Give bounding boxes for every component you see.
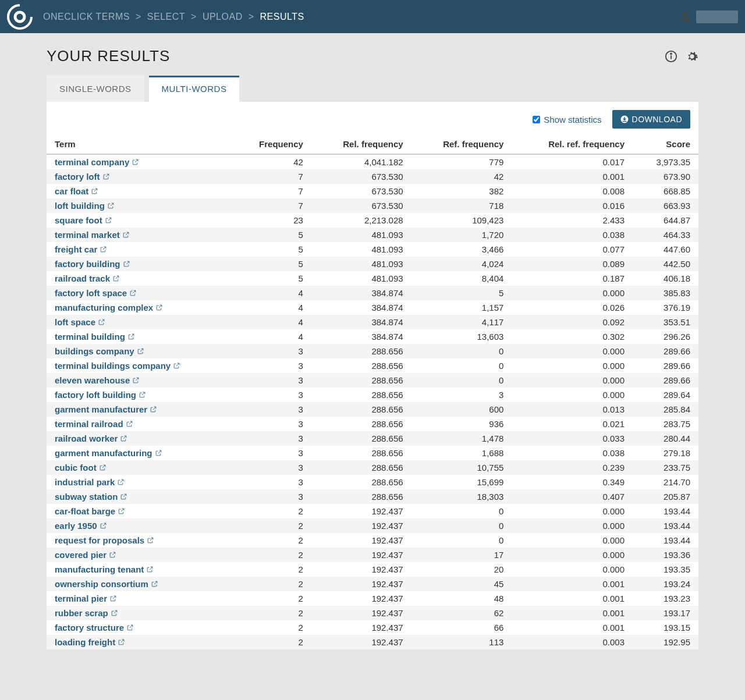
term-link[interactable]: ownership consortium (55, 579, 158, 589)
column-header[interactable]: Frequency (232, 134, 311, 154)
tab-single-words[interactable]: SINGLE-WORDS (47, 76, 144, 102)
term-link[interactable]: manufacturing complex (55, 303, 163, 312)
download-button[interactable]: DOWNLOAD (612, 110, 690, 129)
breadcrumb-step[interactable]: SELECT (147, 12, 185, 22)
external-link-icon (126, 624, 134, 631)
column-header[interactable]: Rel. frequency (311, 134, 411, 154)
column-header[interactable]: Term (47, 134, 232, 154)
term-link[interactable]: industrial park (55, 477, 125, 487)
term-link[interactable]: rubber scrap (55, 608, 118, 618)
table-row: square foot 232,213.028109,4232.433644.8… (47, 213, 698, 228)
term-link[interactable]: eleven warehouse (55, 375, 140, 385)
cell-score: 193.44 (633, 533, 698, 548)
cell-rel_freq: 192.437 (311, 562, 411, 577)
table-row: terminal building 4384.87413,6030.302296… (47, 329, 698, 344)
cell-ref_freq: 0 (411, 344, 512, 358)
cell-score: 376.19 (633, 300, 698, 315)
cell-rel_freq: 2,213.028 (311, 213, 411, 228)
cell-freq: 3 (232, 431, 311, 446)
table-row: terminal company 424,041.1827790.0173,97… (47, 154, 698, 169)
info-icon[interactable] (665, 50, 677, 63)
term-link[interactable]: terminal railroad (55, 419, 133, 429)
term-link[interactable]: cubic foot (55, 463, 107, 472)
term-link[interactable]: buildings company (55, 346, 144, 356)
cell-score: 285.84 (633, 402, 698, 417)
term-link[interactable]: covered pier (55, 550, 116, 560)
table-row: ownership consortium 2192.437450.001193.… (47, 577, 698, 591)
cell-ref_freq: 0 (411, 504, 512, 518)
cell-rel_freq: 384.874 (311, 286, 411, 300)
cell-rel_ref_freq: 0.001 (512, 591, 633, 606)
table-row: terminal market 5481.0931,7200.038464.33 (47, 228, 698, 242)
term-link[interactable]: car float (55, 186, 98, 196)
breadcrumb-step[interactable]: RESULTS (260, 12, 304, 22)
term-link[interactable]: manufacturing tenant (55, 564, 154, 574)
cell-rel_ref_freq: 0.000 (512, 373, 633, 388)
term-link[interactable]: loft space (55, 317, 105, 327)
cell-ref_freq: 1,157 (411, 300, 512, 315)
cell-freq: 4 (232, 329, 311, 344)
column-header[interactable]: Score (633, 134, 698, 154)
term-link[interactable]: garment manufacturing (55, 448, 162, 458)
term-link[interactable]: request for proposals (55, 535, 154, 545)
cell-freq: 2 (232, 591, 311, 606)
external-link-icon (91, 187, 98, 195)
cell-ref_freq: 17 (411, 548, 512, 562)
cell-ref_freq: 109,423 (411, 213, 512, 228)
cell-freq: 3 (232, 460, 311, 475)
breadcrumb-step[interactable]: ONECLICK TERMS (43, 12, 130, 22)
term-link[interactable]: factory building (55, 259, 130, 269)
term-link[interactable]: subway station (55, 492, 127, 502)
external-link-icon (118, 638, 125, 646)
tab-multi-words[interactable]: MULTI-WORDS (149, 76, 240, 102)
cell-freq: 7 (232, 198, 311, 213)
term-link[interactable]: car-float barge (55, 506, 125, 516)
table-row: terminal pier 2192.437480.001193.23 (47, 591, 698, 606)
cell-ref_freq: 3 (411, 388, 512, 402)
cell-freq: 2 (232, 533, 311, 548)
term-link[interactable]: garment manufacturer (55, 404, 157, 414)
cell-rel_freq: 192.437 (311, 518, 411, 533)
cell-ref_freq: 382 (411, 184, 512, 198)
column-header[interactable]: Ref. frequency (411, 134, 512, 154)
results-panel: Show statistics DOWNLOAD TermFrequencyRe… (47, 102, 698, 649)
table-row: garment manufacturer 3288.6566000.013285… (47, 402, 698, 417)
user-icon[interactable] (679, 10, 691, 23)
term-link[interactable]: loading freight (55, 637, 125, 647)
term-link[interactable]: railroad worker (55, 433, 127, 443)
cell-rel_freq: 288.656 (311, 344, 411, 358)
term-link[interactable]: factory loft building (55, 390, 146, 400)
term-link[interactable]: freight car (55, 244, 107, 254)
table-row: freight car 5481.0933,4660.077447.60 (47, 242, 698, 257)
table-row: car float 7673.5303820.008668.85 (47, 184, 698, 198)
table-row: subway station 3288.65618,3030.407205.87 (47, 489, 698, 504)
external-link-icon (122, 231, 130, 239)
term-link[interactable]: terminal building (55, 332, 135, 342)
show-statistics-toggle[interactable]: Show statistics (533, 115, 601, 125)
term-link[interactable]: terminal company (55, 157, 139, 167)
user-menu[interactable] (696, 10, 738, 23)
term-link[interactable]: terminal market (55, 230, 130, 240)
gear-icon[interactable] (686, 50, 698, 63)
cell-rel_ref_freq: 0.000 (512, 504, 633, 518)
term-link[interactable]: factory structure (55, 623, 134, 633)
external-link-icon (120, 493, 127, 500)
logo[interactable] (7, 4, 33, 30)
cell-rel_ref_freq: 0.000 (512, 388, 633, 402)
term-link[interactable]: square foot (55, 215, 112, 225)
page-title: YOUR RESULTS (47, 47, 170, 65)
term-link[interactable]: factory loft (55, 172, 110, 182)
term-link[interactable]: factory loft space (55, 288, 137, 298)
column-header[interactable]: Rel. ref. frequency (512, 134, 633, 154)
term-link[interactable]: terminal buildings company (55, 361, 180, 371)
term-link[interactable]: loft building (55, 201, 115, 211)
term-link[interactable]: railroad track (55, 273, 120, 283)
cell-score: 464.33 (633, 228, 698, 242)
show-statistics-checkbox[interactable] (533, 116, 540, 123)
cell-score: 279.18 (633, 446, 698, 460)
cell-freq: 4 (232, 315, 311, 329)
term-link[interactable]: terminal pier (55, 594, 117, 603)
term-link[interactable]: early 1950 (55, 521, 107, 531)
cell-rel_freq: 192.437 (311, 591, 411, 606)
breadcrumb-step[interactable]: UPLOAD (203, 12, 243, 22)
